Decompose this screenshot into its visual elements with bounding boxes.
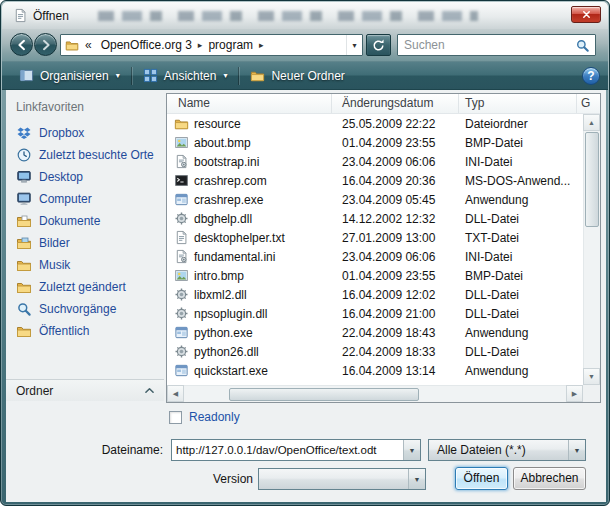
file-name: intro.bmp bbox=[194, 269, 244, 283]
sidebar-item-zuletzt-geaendert[interactable]: Zuletzt geändert bbox=[16, 276, 162, 298]
vertical-scroll-thumb[interactable] bbox=[585, 132, 599, 227]
sidebar-item-label: Zuletzt geändert bbox=[39, 280, 126, 294]
column-header-date[interactable]: Änderungsdatum bbox=[332, 94, 459, 113]
file-date: 27.01.2009 13:00 bbox=[332, 231, 459, 245]
column-header-name[interactable]: Name bbox=[167, 94, 332, 113]
open-button[interactable]: Öffnen bbox=[455, 467, 508, 490]
filetype-dropdown-icon: ▼ bbox=[568, 440, 585, 460]
file-name-cell: bootstrap.ini bbox=[167, 154, 332, 169]
column-header-size[interactable]: G bbox=[577, 94, 600, 113]
file-type: Dateiordner bbox=[459, 117, 583, 131]
horizontal-scroll-thumb[interactable] bbox=[229, 388, 419, 401]
command-toolbar: Organisieren ▾ Ansichten ▾ Neuer Ordner … bbox=[2, 61, 608, 90]
folders-expander[interactable]: Ordner bbox=[6, 379, 164, 401]
file-name: fundamental.ini bbox=[194, 250, 275, 264]
file-row[interactable]: desktophelper.txt 27.01.2009 13:00 TXT-D… bbox=[167, 228, 583, 247]
bmp-file-icon bbox=[174, 268, 189, 283]
dialog-icon bbox=[13, 8, 28, 23]
sidebar-item-zuletzt-besuchte-orte[interactable]: Zuletzt besuchte Orte bbox=[16, 144, 162, 166]
file-date: 22.04.2009 18:33 bbox=[332, 345, 459, 359]
new-folder-button[interactable]: Neuer Ordner bbox=[241, 62, 353, 89]
version-combobox[interactable]: ▼ bbox=[258, 468, 426, 490]
titlebar[interactable]: Öffnen bbox=[2, 2, 608, 29]
file-name-cell: libxml2.dll bbox=[167, 287, 332, 302]
readonly-checkbox[interactable] bbox=[169, 411, 182, 424]
scroll-down-button[interactable]: ▼ bbox=[583, 368, 600, 385]
file-row[interactable]: fundamental.ini 23.04.2009 06:06 INI-Dat… bbox=[167, 247, 583, 266]
scroll-right-button[interactable]: ▶ bbox=[566, 385, 583, 402]
file-date: 23.04.2009 06:06 bbox=[332, 155, 459, 169]
sidebar-item-desktop[interactable]: Desktop bbox=[16, 166, 162, 188]
documents-folder-icon bbox=[16, 213, 32, 229]
breadcrumb-separator-icon[interactable]: ▸ bbox=[259, 40, 264, 50]
file-rows: resource 25.05.2009 22:22 Dateiordner ab… bbox=[167, 114, 583, 385]
refresh-button[interactable] bbox=[366, 34, 391, 56]
file-name-cell: python26.dll bbox=[167, 344, 332, 359]
file-name: npsoplugin.dll bbox=[194, 307, 267, 321]
horizontal-scrollbar[interactable]: ◀ ▶ bbox=[167, 385, 583, 402]
file-row[interactable]: about.bmp 01.04.2009 23:55 BMP-Datei bbox=[167, 133, 583, 152]
file-name-cell: crashrep.com bbox=[167, 173, 332, 188]
back-button[interactable] bbox=[10, 33, 33, 56]
file-row[interactable]: resource 25.05.2009 22:22 Dateiordner bbox=[167, 114, 583, 133]
dll-file-icon bbox=[174, 211, 189, 226]
sidebar-item-label: Dropbox bbox=[39, 126, 84, 140]
file-name-cell: intro.bmp bbox=[167, 268, 332, 283]
version-dropdown-icon: ▼ bbox=[408, 469, 425, 489]
file-row[interactable]: python.exe 22.04.2009 18:43 Anwendung bbox=[167, 323, 583, 342]
views-button[interactable]: Ansichten ▾ bbox=[134, 62, 237, 89]
folders-expander-label: Ordner bbox=[16, 384, 53, 398]
close-button[interactable] bbox=[571, 6, 601, 23]
sidebar-list: Dropbox Zuletzt besuchte Orte Desktop Co… bbox=[16, 122, 162, 342]
file-row[interactable]: quickstart.exe 16.04.2009 13:14 Anwendun… bbox=[167, 361, 583, 380]
vertical-scrollbar[interactable]: ▲ ▼ bbox=[583, 114, 600, 385]
file-row[interactable]: libxml2.dll 16.04.2009 12:02 DLL-Datei bbox=[167, 285, 583, 304]
scroll-left-button[interactable]: ◀ bbox=[167, 385, 184, 402]
file-type: Anwendung bbox=[459, 364, 583, 378]
cancel-button[interactable]: Abbrechen bbox=[513, 467, 586, 490]
file-row[interactable]: dbghelp.dll 14.12.2002 12:32 DLL-Datei bbox=[167, 209, 583, 228]
breadcrumb-dropdown-icon[interactable]: ▾ bbox=[346, 35, 362, 55]
file-name: dbghelp.dll bbox=[194, 212, 252, 226]
dll-file-icon bbox=[174, 287, 189, 302]
bmp-file-icon bbox=[174, 135, 189, 150]
file-row[interactable]: crashrep.exe 23.04.2009 05:45 Anwendung bbox=[167, 190, 583, 209]
sidebar-item-musik[interactable]: Musik bbox=[16, 254, 162, 276]
file-name-cell: resource bbox=[167, 116, 332, 131]
breadcrumb-item-openoffice[interactable]: OpenOffice.org 3 bbox=[95, 38, 198, 52]
new-folder-icon bbox=[250, 68, 265, 83]
breadcrumb-overflow-chevrons[interactable]: « bbox=[85, 38, 92, 52]
file-type: Anwendung bbox=[459, 193, 583, 207]
column-header-type[interactable]: Typ bbox=[459, 94, 577, 113]
sidebar-item-bilder[interactable]: Bilder bbox=[16, 232, 162, 254]
filename-combobox: ▼ bbox=[171, 439, 421, 461]
readonly-label[interactable]: Readonly bbox=[189, 410, 240, 424]
filename-dropdown-button[interactable]: ▼ bbox=[403, 440, 420, 460]
breadcrumb-item-program[interactable]: program bbox=[202, 38, 259, 52]
search-input[interactable] bbox=[398, 38, 575, 52]
views-label: Ansichten bbox=[164, 69, 217, 83]
file-row[interactable]: npsoplugin.dll 16.04.2009 21:00 DLL-Date… bbox=[167, 304, 583, 323]
sidebar-item-dokumente[interactable]: Dokumente bbox=[16, 210, 162, 232]
help-button[interactable]: ? bbox=[582, 67, 600, 85]
sidebar-item-label: Zuletzt besuchte Orte bbox=[39, 148, 154, 162]
sidebar-item-dropbox[interactable]: Dropbox bbox=[16, 122, 162, 144]
sidebar-item-computer[interactable]: Computer bbox=[16, 188, 162, 210]
forward-button[interactable] bbox=[34, 33, 57, 56]
file-row[interactable]: bootstrap.ini 23.04.2009 06:06 INI-Datei bbox=[167, 152, 583, 171]
filename-input[interactable] bbox=[172, 444, 403, 456]
breadcrumb[interactable]: « OpenOffice.org 3 ▸ program ▸ ▾ bbox=[60, 34, 363, 56]
pictures-folder-icon bbox=[16, 235, 32, 251]
file-name: about.bmp bbox=[194, 136, 251, 150]
file-row[interactable]: crashrep.com 16.04.2009 20:36 MS-DOS-Anw… bbox=[167, 171, 583, 190]
file-row[interactable]: python26.dll 22.04.2009 18:33 DLL-Datei bbox=[167, 342, 583, 361]
sidebar-item-suchvorgaenge[interactable]: Suchvorgänge bbox=[16, 298, 162, 320]
public-folder-icon bbox=[16, 323, 32, 339]
filetype-combobox[interactable]: Alle Dateien (*.*) ▼ bbox=[428, 439, 586, 461]
sidebar-item-label: Öffentlich bbox=[39, 324, 89, 338]
scroll-up-button[interactable]: ▲ bbox=[583, 114, 600, 131]
file-type: BMP-Datei bbox=[459, 136, 583, 150]
organize-button[interactable]: Organisieren ▾ bbox=[10, 62, 129, 89]
sidebar-item-oeffentlich[interactable]: Öffentlich bbox=[16, 320, 162, 342]
file-row[interactable]: intro.bmp 01.04.2009 23:55 BMP-Datei bbox=[167, 266, 583, 285]
